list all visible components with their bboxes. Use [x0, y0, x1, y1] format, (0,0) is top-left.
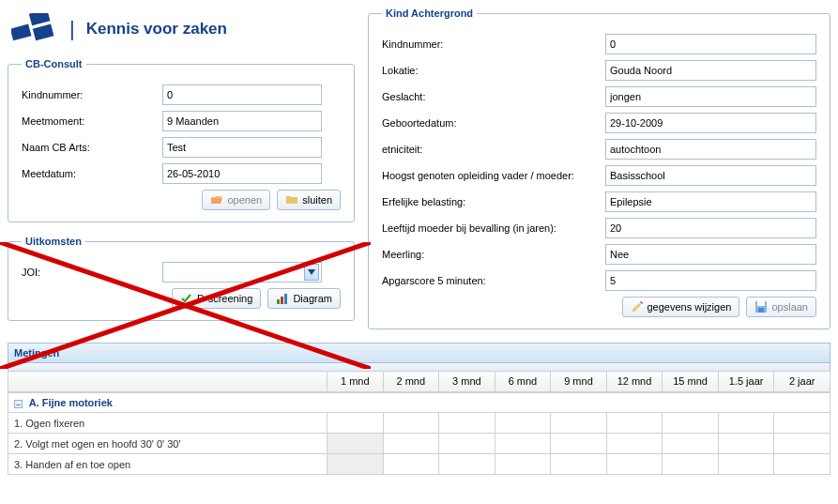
meetdatum-input[interactable]	[162, 163, 322, 184]
k-apgar-input[interactable]	[605, 270, 816, 291]
col-6mnd[interactable]: 6 mnd	[495, 372, 551, 392]
meetmoment-input[interactable]	[162, 111, 322, 131]
k-apgar-label: Apgarscore 5 minuten:	[382, 275, 605, 286]
k-lokatie-label: Lokatie:	[382, 65, 605, 76]
sluiten-button[interactable]: sluiten	[277, 190, 341, 210]
svg-rect-7	[284, 294, 287, 304]
k-meerling-input[interactable]	[605, 244, 816, 265]
tno-logo	[11, 13, 58, 45]
k-lokatie-input[interactable]	[605, 60, 816, 81]
col-2mnd[interactable]: 2 mnd	[383, 372, 439, 392]
openen-label: openen	[227, 194, 262, 206]
kindnummer-label: Kindnummer:	[22, 89, 162, 100]
kindnummer-input[interactable]	[162, 84, 322, 105]
item-3-label: 3. Handen af en toe open	[8, 454, 328, 475]
opslaan-label: opslaan	[771, 301, 808, 313]
k-geboortedatum-input[interactable]	[605, 113, 816, 133]
d-screening-button[interactable]: D-screening	[172, 288, 261, 309]
k-kindnummer-input[interactable]	[605, 34, 816, 54]
col-12mnd[interactable]: 12 mnd	[606, 372, 663, 392]
naam-cb-arts-label: Naam CB Arts:	[22, 142, 162, 153]
k-etniciteit-label: etniciteit:	[382, 144, 605, 155]
k-geboortedatum-label: Geboortedatum:	[382, 117, 605, 129]
col-1_5jaar[interactable]: 1.5 jaar	[718, 372, 774, 392]
table-row: 2. Volgt met ogen en hoofd 30' 0' 30'	[8, 434, 830, 454]
diagram-label: Diagram	[293, 293, 332, 304]
k-etniciteit-input[interactable]	[605, 139, 816, 160]
k-opleiding-label: Hoogst genoten opleiding vader / moeder:	[382, 170, 605, 181]
metingen-title: Metingen	[14, 347, 59, 359]
k-opleiding-input[interactable]	[605, 165, 816, 186]
uitkomsten-panel: Uitkomsten JOI: D-screening	[8, 236, 355, 321]
joi-label: JOI:	[22, 267, 162, 278]
svg-rect-2	[29, 13, 51, 25]
kind-achtergrond-panel: Kind Achtergrond Kindnummer: Lokatie: Ge…	[368, 8, 830, 329]
gegevens-wijzigen-button[interactable]: gegevens wijzigen	[622, 297, 740, 317]
cb-consult-panel: CB-Consult Kindnummer: Meetmoment: Naam …	[8, 58, 355, 222]
folder-close-icon	[285, 193, 298, 206]
chart-icon	[276, 292, 289, 305]
check-icon	[180, 292, 193, 305]
sluiten-label: sluiten	[302, 194, 332, 206]
group-row[interactable]: – A. Fijne motoriek	[8, 392, 830, 413]
k-geslacht-label: Geslacht:	[382, 91, 605, 102]
svg-rect-4	[33, 24, 54, 41]
diagram-button[interactable]: Diagram	[267, 288, 341, 309]
tagline: Kennis voor zaken	[86, 20, 227, 38]
cb-consult-legend: CB-Consult	[22, 58, 86, 69]
gegevens-wijzigen-label: gegevens wijzigen	[648, 301, 732, 313]
app-header: | Kennis voor zaken	[11, 13, 355, 45]
svg-rect-5	[277, 299, 280, 304]
pencil-icon	[631, 300, 644, 313]
k-meerling-label: Meerling:	[382, 249, 605, 260]
item-2-label: 2. Volgt met ogen en hoofd 30' 0' 30'	[8, 434, 328, 454]
svg-rect-6	[281, 297, 283, 304]
k-erfelijke-input[interactable]	[605, 191, 816, 212]
svg-rect-9	[757, 301, 765, 306]
metingen-header: Metingen	[8, 343, 830, 363]
chevron-down-icon	[304, 264, 319, 281]
table-row: 3. Handen af en toe open	[8, 454, 830, 475]
save-icon	[754, 300, 768, 313]
metingen-subheader	[8, 363, 830, 371]
k-geslacht-input[interactable]	[605, 86, 816, 107]
k-kindnummer-label: Kindnummer:	[382, 38, 605, 50]
collapse-icon[interactable]: –	[14, 400, 23, 408]
meetmoment-label: Meetmoment:	[22, 115, 162, 127]
col-2jaar[interactable]: 2 jaar	[774, 372, 830, 392]
opslaan-button: opslaan	[746, 297, 816, 317]
col-1mnd[interactable]: 1 mnd	[328, 372, 384, 392]
svg-rect-3	[11, 24, 31, 41]
col-3mnd[interactable]: 3 mnd	[439, 372, 495, 392]
uitkomsten-legend: Uitkomsten	[22, 236, 85, 247]
k-erfelijke-label: Erfelijke belasting:	[382, 196, 605, 207]
openen-button: openen	[202, 190, 270, 210]
k-leeftijd-moeder-input[interactable]	[605, 218, 816, 238]
col-9mnd[interactable]: 9 mnd	[551, 372, 607, 392]
k-leeftijd-moeder-label: Leeftijd moeder bij bevalling (in jaren)…	[382, 222, 605, 234]
group-label: A. Fijne motoriek	[29, 397, 113, 408]
d-screening-label: D-screening	[197, 293, 252, 304]
col-15mnd[interactable]: 15 mnd	[663, 372, 719, 392]
table-row: 1. Ogen fixeren	[8, 413, 830, 434]
naam-cb-arts-input[interactable]	[162, 137, 322, 158]
metingen-grid: 1 mnd 2 mnd 3 mnd 6 mnd 9 mnd 12 mnd 15 …	[8, 371, 830, 475]
svg-rect-10	[758, 308, 764, 313]
kind-legend: Kind Achtergrond	[382, 8, 477, 19]
meetdatum-label: Meetdatum:	[22, 168, 162, 179]
metingen-header-row: 1 mnd 2 mnd 3 mnd 6 mnd 9 mnd 12 mnd 15 …	[8, 372, 830, 392]
header-separator: |	[69, 17, 75, 41]
folder-open-icon	[210, 193, 223, 206]
joi-select[interactable]	[162, 262, 322, 283]
item-1-label: 1. Ogen fixeren	[8, 413, 328, 434]
